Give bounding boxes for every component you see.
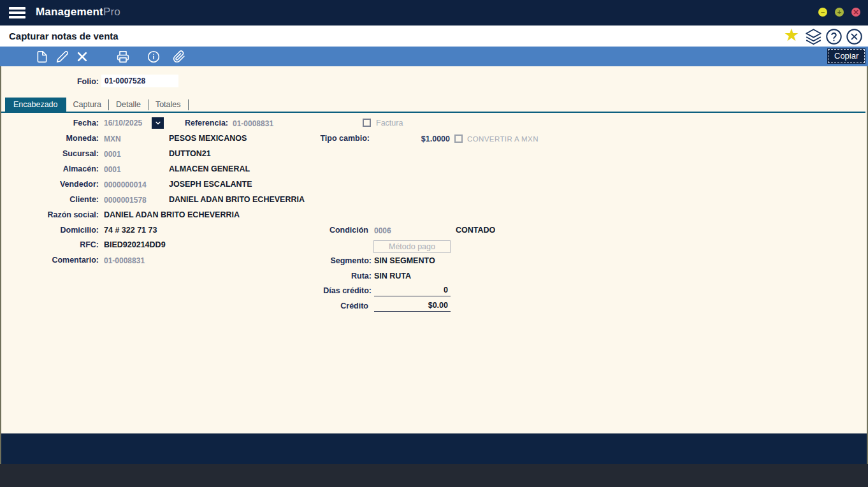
app-brand: ManagementPro [36,6,120,18]
convertir-mxn-checkbox[interactable] [454,134,463,143]
tab-totales[interactable]: Totales [148,98,188,112]
rfc-label: RFC: [0,240,99,249]
moneda-label: Moneda: [0,134,99,143]
almacen-desc: ALMACEN GENERAL [169,164,250,173]
ruta-label: Ruta: [274,272,372,280]
tab-bar: Encabezado Captura Detalle Totales [5,98,189,112]
info-icon[interactable] [147,50,160,63]
close-module-icon[interactable] [846,28,863,45]
maximize-button[interactable]: + [835,8,844,17]
attachment-icon[interactable] [173,50,185,63]
copy-button[interactable]: Copiar [828,49,865,63]
page-title: Capturar notas de venta [9,31,119,41]
app-top-bar: ManagementPro – + ✕ [0,0,868,25]
sucursal-label: Sucursal: [0,149,99,158]
almacen-value[interactable]: 0001 [104,165,121,174]
factura-label: Factura [376,119,403,127]
dias-credito-input[interactable]: 0 [374,285,451,296]
cancel-delete-icon[interactable] [76,50,89,63]
domicilio-label: Domicilio: [0,226,99,235]
layers-icon[interactable] [805,28,822,45]
referencia-value[interactable]: 01-0008831 [233,119,273,128]
condicion-desc: CONTADO [456,226,495,235]
folio-input[interactable]: 01-0007528 [101,75,178,87]
tab-detalle[interactable]: Detalle [109,98,148,112]
tab-encabezado[interactable]: Encabezado [5,98,66,112]
fecha-label: Fecha: [0,119,99,127]
credito-input[interactable]: $0.00 [374,300,451,312]
convertir-mxn-label: CONVERTIR A MXN [467,135,539,143]
referencia-label: Referencia: [159,119,228,127]
rfc-value[interactable]: BIED920214DD9 [104,240,166,249]
hamburger-menu-icon[interactable] [9,7,25,18]
folio-label: Folio: [0,77,99,86]
vendedor-value[interactable]: 0000000014 [104,180,147,189]
ruta-value[interactable]: SIN RUTA [374,272,411,280]
sucursal-value[interactable]: 0001 [104,150,121,159]
almacen-label: Almacén: [0,164,99,173]
condicion-value[interactable]: 0006 [374,226,391,235]
vendedor-label: Vendedor: [0,180,99,189]
help-icon[interactable] [825,28,843,45]
app-window: ManagementPro – + ✕ Capturar notas de ve… [0,0,868,487]
razon-social-label: Razón social: [0,210,99,219]
brand-bold: Management [36,6,103,18]
razon-social-value[interactable]: DANIEL ADAN BRITO ECHEVERRIA [104,210,240,219]
tipo-cambio-value[interactable]: $1.0000 [399,134,450,143]
moneda-desc: PESOS MEXICANOS [169,134,247,143]
tab-captura[interactable]: Captura [66,98,108,112]
tab-underline [1,112,865,113]
edit-icon[interactable] [56,50,69,63]
brand-light: Pro [103,6,120,18]
factura-checkbox[interactable] [363,119,371,127]
minimize-button[interactable]: – [818,8,827,17]
print-icon[interactable] [117,50,129,63]
fecha-value[interactable]: 16/10/2025 [104,119,142,127]
favorite-star-icon[interactable]: ★ [784,27,799,44]
comentario-value[interactable]: 01-0008831 [104,256,145,265]
module-title-bar [0,25,868,47]
domicilio-value[interactable]: 74 # 322 71 73 [104,226,157,235]
vendedor-desc: JOSEPH ESCALANTE [169,180,252,189]
status-footer: i ManagementPro [0,433,868,464]
comentario-label: Comentario: [0,256,99,265]
segmento-label: Segmento: [274,256,372,265]
cliente-desc: DANIEL ADAN BRITO ECHEVERRIA [169,195,305,204]
cliente-label: Cliente: [0,195,99,204]
new-document-icon[interactable] [36,50,48,63]
sucursal-desc: DUTTON21 [169,149,211,158]
metodo-pago-button[interactable]: Método pago [373,240,451,253]
segmento-value[interactable]: SIN SEGMENTO [374,256,435,265]
tab-separator [188,99,189,110]
moneda-value[interactable]: MXN [104,134,121,143]
action-toolbar [0,47,868,66]
cliente-value[interactable]: 0000001578 [104,196,147,205]
tipo-cambio-label: Tipo cambio: [274,134,370,143]
condicion-label: Condición [274,226,368,235]
windows-taskbar: O Mᵖ T e ES [0,464,868,487]
dias-credito-label: Días crédito: [274,286,372,295]
close-window-button[interactable]: ✕ [851,8,860,17]
credito-label: Crédito [274,302,368,310]
